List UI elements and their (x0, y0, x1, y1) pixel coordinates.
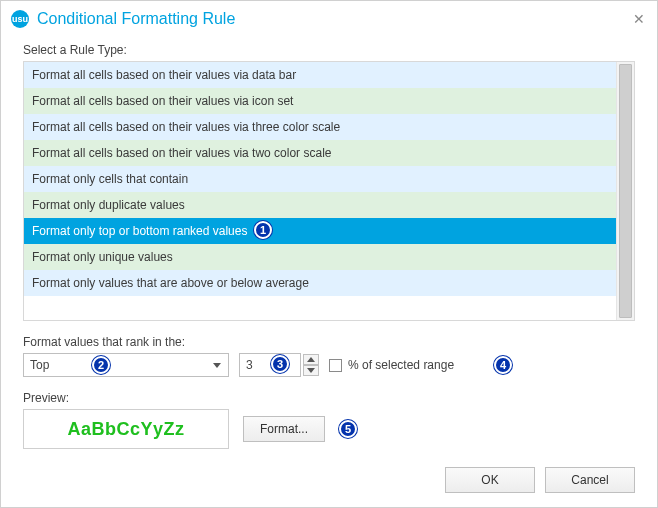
label-rank-in: Format values that rank in the: (23, 335, 635, 349)
dialog-title: Conditional Formatting Rule (37, 10, 235, 28)
rule-type-item[interactable]: Format only top or bottom ranked values1 (24, 218, 616, 244)
annotation-5: 5 (339, 420, 357, 438)
format-preview-box: AaBbCcYyZz (23, 409, 229, 449)
rule-type-item[interactable]: Format only unique values (24, 244, 616, 270)
label-preview: Preview: (23, 391, 635, 405)
rank-direction-dropdown[interactable]: Top 2 (23, 353, 229, 377)
rule-type-item[interactable]: Format only cells that contain (24, 166, 616, 192)
dialog-content: Select a Rule Type: Format all cells bas… (1, 37, 657, 449)
label-select-rule-type: Select a Rule Type: (23, 43, 635, 57)
annotation-4: 4 (494, 356, 512, 374)
rule-type-item[interactable]: Format all cells based on their values v… (24, 88, 616, 114)
chevron-down-icon (209, 357, 225, 373)
percent-of-range-checkbox[interactable] (329, 359, 342, 372)
scrollbar-thumb[interactable] (619, 64, 632, 318)
app-icon: usu (11, 10, 29, 28)
annotation-1: 1 (254, 221, 272, 239)
format-preview-text: AaBbCcYyZz (67, 419, 184, 440)
rule-type-item[interactable]: Format only duplicate values (24, 192, 616, 218)
rank-count-spinner: 3 (239, 353, 319, 377)
percent-of-range-label: % of selected range (348, 358, 454, 372)
rule-type-item[interactable]: Format only values that are above or bel… (24, 270, 616, 296)
spinner-up-icon[interactable] (303, 354, 319, 365)
title-bar: usu Conditional Formatting Rule ✕ (1, 1, 657, 37)
rank-direction-value: Top (30, 358, 49, 372)
rule-type-item[interactable]: Format all cells based on their values v… (24, 140, 616, 166)
ok-button[interactable]: OK (445, 467, 535, 493)
annotation-2: 2 (92, 356, 110, 374)
format-button[interactable]: Format... (243, 416, 325, 442)
spinner-down-icon[interactable] (303, 365, 319, 376)
rule-type-list: Format all cells based on their values v… (23, 61, 635, 321)
annotation-3: 3 (271, 355, 289, 373)
rule-type-item[interactable]: Format all cells based on their values v… (24, 62, 616, 88)
cancel-button[interactable]: Cancel (545, 467, 635, 493)
dialog-conditional-formatting-rule: usu Conditional Formatting Rule ✕ Select… (0, 0, 658, 508)
rank-count-input[interactable] (239, 353, 301, 377)
close-icon[interactable]: ✕ (629, 9, 649, 29)
rule-type-item[interactable]: Format all cells based on their values v… (24, 114, 616, 140)
scrollbar[interactable] (616, 62, 634, 320)
dialog-footer: OK Cancel (445, 467, 635, 493)
